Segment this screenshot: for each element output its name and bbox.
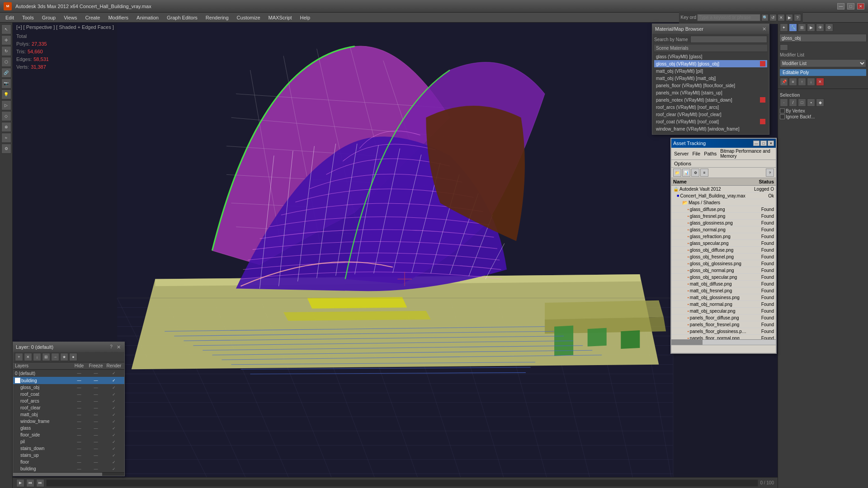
mat-row-panels-floor[interactable]: panels_floor (VRayMtl) [floor,floor_side…: [654, 82, 767, 89]
tool-rotate[interactable]: ↻: [1, 46, 11, 56]
keyword-btn4[interactable]: ▶: [786, 14, 793, 21]
by-vertex-checkbox[interactable]: [780, 108, 785, 113]
layer-btn-move[interactable]: →: [51, 353, 59, 361]
layer-row-roof-clear[interactable]: roof_clear — — ✓: [13, 404, 124, 411]
layer-hscrollbar[interactable]: [13, 472, 124, 476]
at-row-glass-refraction[interactable]: ▪ glass_refraction.png Found: [671, 233, 776, 240]
keyword-search-button[interactable]: 🔍: [761, 14, 769, 21]
tool-light[interactable]: 💡: [1, 89, 11, 99]
at-row-matt-glossiness[interactable]: ▪ matt_obj_glossiness.png Found: [671, 294, 776, 301]
layer-row-roof-arcs[interactable]: roof_arcs — — ✓: [13, 398, 124, 404]
at-btn-4[interactable]: ≡: [700, 169, 708, 177]
layer-row-pil[interactable]: pil — — ✓: [13, 438, 124, 445]
at-menu-options[interactable]: Options: [672, 160, 693, 167]
keyword-btn3[interactable]: ✕: [778, 14, 785, 21]
layer-btn-delete[interactable]: ✕: [24, 353, 32, 361]
at-row-maxfile[interactable]: ■ Concert_Hall_Building_vray.max Ok: [671, 192, 776, 199]
at-row-matt-diffuse[interactable]: ▪ matt_obj_diffuse.png Found: [671, 281, 776, 287]
select-vertex[interactable]: ·: [780, 99, 788, 107]
tool-systems[interactable]: ⚙: [1, 144, 11, 154]
at-row-gloss-normal[interactable]: ▪ gloss_obj_normal.png Found: [671, 267, 776, 274]
at-row-matt-specular[interactable]: ▪ matt_obj_specular.png Found: [671, 308, 776, 314]
menu-modifiers[interactable]: Modifiers: [104, 14, 132, 21]
layer-row-window-frame[interactable]: window_frame — — ✓: [13, 418, 124, 425]
modifier-stack-item[interactable]: Editable Poly: [780, 69, 866, 76]
tool-scale[interactable]: ⬡: [1, 57, 11, 67]
menu-edit[interactable]: Edit: [2, 14, 18, 21]
at-row-vault[interactable]: 🔒 Autodesk Vault 2012 Logged O: [671, 186, 776, 192]
at-btn-3[interactable]: ⚙: [691, 169, 699, 177]
layer-row-building[interactable]: building — — ✓: [13, 377, 124, 384]
tool-select[interactable]: ↖: [1, 24, 11, 34]
mat-row-panels-mix[interactable]: panels_mix (VRayMtl) [stairs_up]: [654, 89, 767, 96]
timeline-prev[interactable]: ⏮: [26, 479, 34, 487]
object-name-input[interactable]: [779, 34, 867, 42]
maximize-button[interactable]: □: [847, 3, 854, 9]
at-menu-bitmap[interactable]: Bitmap Performance and Memory: [718, 148, 775, 159]
timeline-bar[interactable]: [46, 479, 758, 487]
at-row-panels-floor-gloss[interactable]: ▪ panels_floor_glossiness.png Found: [671, 328, 776, 335]
keyword-btn2[interactable]: ↺: [769, 14, 777, 21]
mat-row-glass[interactable]: glass (VRayMtl) [glass]: [654, 53, 767, 60]
modifier-list-select[interactable]: Modifier List: [780, 59, 866, 67]
menu-group[interactable]: Group: [38, 14, 60, 21]
layer-btn-highlight[interactable]: ★: [60, 353, 68, 361]
at-row-glass-glossiness[interactable]: ▪ glass_glossiness.png Found: [671, 220, 776, 226]
layer-btn-current[interactable]: ●: [69, 353, 77, 361]
layer-row-matt-obj[interactable]: matt_obj — — ✓: [13, 411, 124, 418]
timeline-next[interactable]: ⏭: [36, 479, 44, 487]
at-row-maps-folder[interactable]: 📂 Maps / Shaders: [671, 199, 776, 206]
layer-close[interactable]: ✕: [115, 344, 122, 350]
tool-shapes[interactable]: ◇: [1, 111, 11, 121]
at-row-panels-floor-fresnel[interactable]: ▪ panels_floor_fresnel.png Found: [671, 321, 776, 328]
at-close[interactable]: ✕: [768, 141, 774, 146]
material-browser-close[interactable]: ✕: [762, 26, 766, 32]
at-row-gloss-specular[interactable]: ▪ gloss_obj_specular.png Found: [671, 274, 776, 281]
motion-tab[interactable]: ▶: [807, 23, 815, 32]
modifier-delete[interactable]: ✕: [816, 78, 824, 86]
mat-row-roof-clear[interactable]: roof_clear (VRayMtl) [roof_clear]: [654, 111, 767, 118]
at-minimize[interactable]: —: [753, 141, 760, 146]
menu-customize[interactable]: Customize: [233, 14, 264, 21]
at-row-gloss-fresnel[interactable]: ▪ gloss_obj_fresnel.png Found: [671, 253, 776, 260]
obj-color-swatch[interactable]: [780, 44, 788, 51]
at-btn-help[interactable]: ?: [766, 169, 774, 177]
menu-maxscript[interactable]: MAXScript: [265, 14, 296, 21]
tool-move[interactable]: ✛: [1, 35, 11, 45]
layer-btn-new[interactable]: +: [15, 353, 23, 361]
menu-views[interactable]: Views: [60, 14, 80, 21]
at-row-glass-fresnel[interactable]: ▪ glass_fresnel.png Found: [671, 213, 776, 220]
at-maximize[interactable]: □: [760, 141, 767, 146]
mat-row-gloss[interactable]: gloss_obj (VRayMtl) [gloss_obj]: [654, 60, 767, 67]
at-row-glass-diffuse[interactable]: ▪ glass_diffuse.png Found: [671, 206, 776, 213]
at-row-panels-floor-normal[interactable]: ▪ panels_floor_normal.png Found: [671, 335, 776, 339]
at-row-glass-specular[interactable]: ▪ glass_specular.png Found: [671, 240, 776, 247]
keyword-input[interactable]: [697, 14, 760, 21]
create-tab[interactable]: ✦: [780, 23, 788, 32]
at-rows-container[interactable]: 🔒 Autodesk Vault 2012 Logged O ■ Concert…: [671, 186, 776, 339]
layer-btn-add-sel[interactable]: ↓: [33, 353, 41, 361]
layer-checkbox-building[interactable]: [15, 378, 20, 383]
at-menu-server[interactable]: Server: [672, 150, 690, 157]
menu-animation[interactable]: Animation: [133, 14, 162, 21]
at-hscrollbar[interactable]: [671, 339, 776, 345]
layer-row-stairs-up[interactable]: stairs_up — — ✓: [13, 452, 124, 459]
material-search-input[interactable]: [690, 36, 767, 43]
hierarchy-tab[interactable]: ⊞: [798, 23, 806, 32]
mat-row-roof-arcs[interactable]: roof_arcs (VRayMtl) [roof_arcs]: [654, 103, 767, 111]
layer-row-default[interactable]: 0 (default) — — ✓: [13, 370, 124, 377]
mat-row-roof-coat[interactable]: roof_coat (VRayMtl) [roof_coat]: [654, 118, 767, 125]
display-tab[interactable]: 👁: [816, 23, 824, 32]
minimize-button[interactable]: —: [837, 3, 844, 9]
layer-row-roof-coat[interactable]: roof_coat — — ✓: [13, 391, 124, 398]
keyword-help[interactable]: ?: [794, 14, 801, 21]
at-btn-2[interactable]: 📊: [682, 169, 690, 177]
menu-create[interactable]: Create: [81, 14, 104, 21]
ignore-backface-checkbox[interactable]: [780, 114, 785, 119]
layer-row-stairs-down[interactable]: stairs_down — — ✓: [13, 445, 124, 452]
modifier-pin[interactable]: 📌: [780, 78, 788, 86]
tool-helpers[interactable]: ⊕: [1, 122, 11, 132]
select-element[interactable]: ◆: [816, 99, 824, 107]
at-row-gloss-glossiness[interactable]: ▪ gloss_obj_glossiness.png Found: [671, 260, 776, 267]
at-row-matt-normal[interactable]: ▪ matt_obj_normal.png Found: [671, 301, 776, 308]
